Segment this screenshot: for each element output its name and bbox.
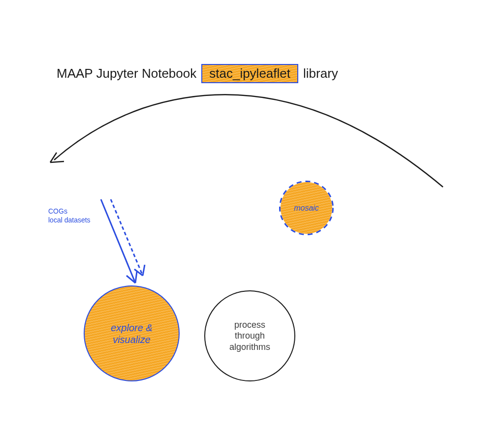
explore-line1: explore & [111,322,153,334]
process-node: process through algorithms [204,290,295,381]
mosaic-node: mosaic [281,182,332,234]
title-highlight: stac_ipyleaflet [201,64,298,83]
arc-arrow-icon [44,89,448,207]
title-suffix: library [303,66,338,81]
title-prefix: MAAP Jupyter Notebook [57,66,196,81]
process-label: process through algorithms [229,319,270,353]
cogs-line2: local datasets [48,216,91,224]
process-line2: through [229,330,270,342]
process-line1: process [229,319,270,331]
diagram-title: MAAP Jupyter Notebook stac_ipyleaflet li… [57,64,338,83]
blue-arrow-icon [86,194,150,293]
process-line3: algorithms [229,342,270,353]
explore-label: explore & visualize [111,322,153,345]
explore-node: explore & visualize [84,285,180,381]
cogs-label: COGs local datasets [48,207,91,224]
mosaic-label: mosaic [294,204,319,213]
explore-line2: visualize [111,334,153,345]
cogs-line1: COGs [48,207,91,216]
